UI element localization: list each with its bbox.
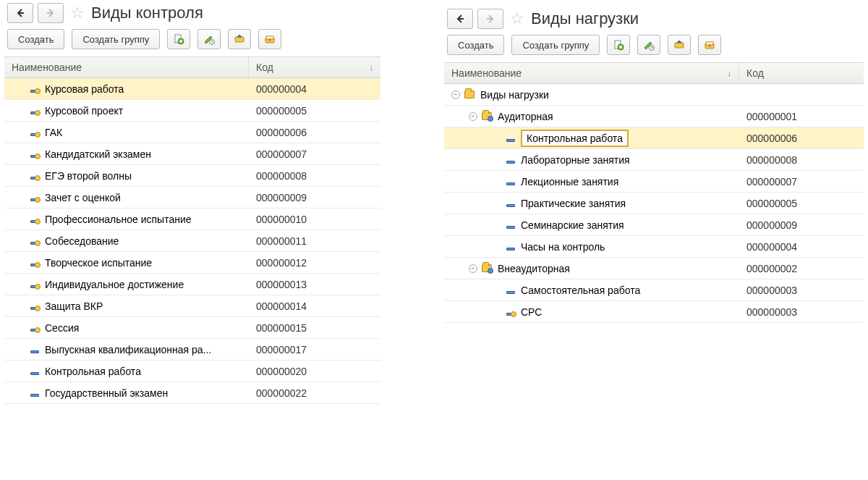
add-document-button[interactable] xyxy=(607,35,630,55)
tree-row[interactable]: Лабораторные занятия000000008 xyxy=(444,149,864,171)
nav-forward-button[interactable] xyxy=(477,9,503,29)
column-header-name-label: Наименование xyxy=(451,67,522,79)
tree-row[interactable]: Самостоятельная работа000000003 xyxy=(444,279,864,301)
cell-code: 000000005 xyxy=(739,193,864,214)
column-header-name[interactable]: Наименование ↓ xyxy=(444,63,739,83)
tree-row[interactable]: −Аудиторная000000001 xyxy=(444,106,864,127)
row-name-label: Практические занятия xyxy=(521,198,626,209)
tree-row[interactable]: Практические занятия000000005 xyxy=(444,193,864,214)
tree-row[interactable]: Часы на контроль000000004 xyxy=(444,236,864,258)
cell-code: 000000011 xyxy=(249,230,380,251)
column-header-code[interactable]: Код xyxy=(739,63,864,83)
cell-code: 000000008 xyxy=(249,165,380,186)
panel-control-types: ☆ Виды контроля Создать Создать группу Н… xyxy=(4,0,380,404)
cell-code: 000000003 xyxy=(739,301,864,322)
table-row[interactable]: Сессия000000015 xyxy=(4,317,380,339)
column-header-name-label: Наименование xyxy=(12,62,82,73)
create-button[interactable]: Создать xyxy=(7,29,64,49)
row-name-edit[interactable]: Контрольная работа xyxy=(521,130,629,147)
row-name-label: Внеаудиторная xyxy=(498,263,570,274)
nav-forward-button[interactable] xyxy=(38,3,64,23)
favorite-star-icon[interactable]: ☆ xyxy=(508,9,527,28)
sort-asc-icon: ↓ xyxy=(728,69,732,77)
add-document-button[interactable] xyxy=(167,29,190,49)
table-row[interactable]: Курсовой проект000000005 xyxy=(4,100,380,122)
export-button[interactable] xyxy=(228,29,251,49)
table-row[interactable]: Защита ВКР000000014 xyxy=(4,295,380,317)
table-row[interactable]: Индивидуальное достижение000000013 xyxy=(4,274,380,295)
cell-code: 000000006 xyxy=(739,127,864,148)
cell-name: −Внеаудиторная xyxy=(444,258,739,279)
tree-row[interactable]: Контрольная работа000000006 xyxy=(444,127,864,149)
row-name-label: Профессиональное испытание xyxy=(45,214,192,225)
page-title: Виды контроля xyxy=(91,4,203,22)
nav-back-button[interactable] xyxy=(7,3,33,23)
tree-row[interactable]: Лекционные занятия000000007 xyxy=(444,171,864,193)
favorite-star-icon[interactable]: ☆ xyxy=(68,4,87,22)
grid-header: Наименование Код ↓ xyxy=(4,56,380,78)
cell-code: 000000009 xyxy=(249,187,380,208)
table-row[interactable]: Собеседование000000011 xyxy=(4,230,380,252)
row-name-label: Индивидуальное достижение xyxy=(45,279,184,290)
create-group-button[interactable]: Создать группу xyxy=(511,35,600,55)
toolbar: Создать Создать группу xyxy=(4,28,380,56)
grid-body: −Виды нагрузки−Аудиторная000000001Контро… xyxy=(444,84,864,323)
cell-code: 000000012 xyxy=(249,252,380,273)
nav-back-button[interactable] xyxy=(447,9,473,29)
row-name-label: ЕГЭ второй волны xyxy=(45,170,132,182)
cell-name: Творческое испытание xyxy=(4,252,249,273)
tree-toggle-icon[interactable]: − xyxy=(451,90,460,99)
cell-name: Семинарские занятия xyxy=(444,214,739,235)
tree-row[interactable]: СРС000000003 xyxy=(444,301,864,323)
cell-code: 000000017 xyxy=(249,339,380,360)
row-name-label: Курсовой проект xyxy=(45,105,123,117)
grid-body: Курсовая работа000000004Курсовой проект0… xyxy=(4,78,380,404)
cell-code xyxy=(739,84,864,105)
row-name-label: Часы на контроль xyxy=(521,241,605,253)
tree-row[interactable]: Семинарские занятия000000009 xyxy=(444,214,864,236)
table-row[interactable]: Кандидатский экзамен000000007 xyxy=(4,143,380,165)
cell-code: 000000004 xyxy=(739,236,864,257)
cell-name: Зачет с оценкой xyxy=(4,187,249,208)
tree-toggle-icon[interactable]: − xyxy=(469,112,477,121)
create-button[interactable]: Создать xyxy=(447,35,504,55)
table-row[interactable]: ЕГЭ второй волны000000008 xyxy=(4,165,380,187)
sort-asc-icon: ↓ xyxy=(370,63,374,72)
tree-row[interactable]: −Виды нагрузки xyxy=(444,84,864,106)
table-row[interactable]: Творческое испытание000000012 xyxy=(4,252,380,274)
table-row[interactable]: Курсовая работа000000004 xyxy=(4,78,380,100)
export-button[interactable] xyxy=(668,35,691,55)
cell-name: Курсовой проект xyxy=(4,100,249,121)
cell-code: 000000001 xyxy=(739,106,864,127)
row-name-label: Зачет с оценкой xyxy=(45,192,121,203)
table-row[interactable]: Государственный экзамен000000022 xyxy=(4,382,380,404)
cell-code: 000000007 xyxy=(739,171,864,192)
panel-load-types: ☆ Виды нагрузки Создать Создать группу Н… xyxy=(444,6,864,323)
tree-row[interactable]: −Внеаудиторная000000002 xyxy=(444,258,864,279)
edit-history-button[interactable] xyxy=(197,29,221,49)
table-row[interactable]: Контрольная работа000000020 xyxy=(4,361,380,382)
import-button[interactable] xyxy=(258,29,281,49)
cell-code: 000000020 xyxy=(249,361,380,382)
row-name-label: Сессия xyxy=(45,322,79,334)
table-row[interactable]: Профессиональное испытание000000010 xyxy=(4,209,380,230)
cell-code: 000000003 xyxy=(739,279,864,300)
grid-header: Наименование ↓ Код xyxy=(444,62,864,84)
svg-rect-22 xyxy=(675,43,684,48)
titlebar: ☆ Виды нагрузки xyxy=(444,6,864,33)
cell-name: Практические занятия xyxy=(444,193,739,214)
table-row[interactable]: Выпускная квалификационная ра...00000001… xyxy=(4,339,380,361)
row-name-label: Семинарские занятия xyxy=(521,219,624,231)
column-header-code[interactable]: Код ↓ xyxy=(249,57,380,77)
tree-toggle-icon[interactable]: − xyxy=(469,264,477,273)
import-button[interactable] xyxy=(698,35,721,55)
table-row[interactable]: ГАК000000006 xyxy=(4,122,380,143)
row-name-label: Государственный экзамен xyxy=(45,387,168,399)
cell-name: ГАК xyxy=(4,122,249,143)
edit-history-button[interactable] xyxy=(637,35,660,55)
table-row[interactable]: Зачет с оценкой000000009 xyxy=(4,187,380,209)
cell-name: −Аудиторная xyxy=(444,106,739,127)
create-group-button[interactable]: Создать группу xyxy=(72,29,160,49)
cell-name: Контрольная работа xyxy=(444,127,739,148)
column-header-name[interactable]: Наименование xyxy=(4,57,249,77)
